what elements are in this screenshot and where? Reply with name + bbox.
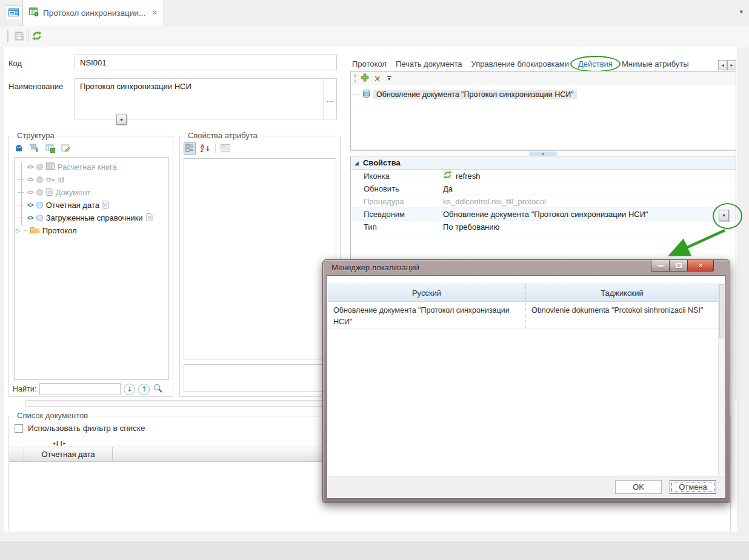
code-label: Код	[8, 59, 22, 68]
application-window: Протокол синхронизации... ✕ ▾ Код Наимен…	[0, 0, 749, 560]
ok-button[interactable]: OK	[615, 480, 662, 494]
tab-protocol[interactable]: Протокол	[352, 59, 387, 68]
cell-russian[interactable]: Обновление документа "Протокол синхрониз…	[328, 302, 526, 328]
tab-lock-management[interactable]: Управление блокировками	[471, 59, 569, 68]
tree-item-label: Отчетная дата	[46, 201, 99, 210]
category-expander-icon[interactable]: ◢	[355, 160, 359, 166]
column-resize-grip-icon[interactable]: ◂❙❙▸	[53, 441, 65, 446]
action-tree-item[interactable]: Обновление документа "Протокол синхрониз…	[353, 89, 577, 100]
refresh-button[interactable]	[30, 30, 44, 43]
property-row-alias[interactable]: Псевдоним Обновление документа "Протокол…	[351, 208, 736, 221]
search-icon[interactable]	[153, 383, 163, 395]
property-value: Обновление документа "Протокол синхрониз…	[439, 208, 736, 220]
property-row-refresh[interactable]: Обновить Да	[351, 182, 736, 195]
find-input[interactable]	[39, 383, 121, 395]
tree-item-otchetnaya-data[interactable]: <> Отчетная дата	[15, 199, 168, 212]
use-filter-label: Использовать фильтр в списке	[28, 424, 145, 433]
name-input[interactable]	[75, 79, 322, 119]
tree-item-raschetnaya-kniga[interactable]: <> Расчетная книга	[15, 161, 168, 173]
edit-icon	[61, 143, 71, 155]
tab-scroll-left-button[interactable]: ◂	[718, 60, 727, 70]
expander-icon[interactable]: ▷	[16, 227, 21, 234]
property-row-type[interactable]: Тип По требованию	[351, 221, 736, 233]
column-header-report-date[interactable]: Отчетная дата	[24, 447, 113, 461]
cell-tajik[interactable]: Obnovlenie dokumenta "Protokol sinhroniz…	[526, 302, 718, 328]
tree-item-label: Протокол	[42, 226, 77, 235]
property-label: Обновить	[351, 184, 439, 193]
property-value: ks_ddlcontrol.nsi_fill_protocol	[439, 195, 736, 207]
tab-label: Печать документа	[396, 59, 462, 68]
window-list-button[interactable]	[5, 5, 22, 21]
splitter-collapse-handle[interactable]: ▼	[529, 152, 557, 156]
tab-scroll-right-button[interactable]: ▸	[727, 60, 736, 70]
tree-item-protokol[interactable]: ▷ Протокол	[15, 224, 168, 237]
attribute-properties-title: Свойства атрибута	[185, 131, 261, 140]
categorized-view-icon	[185, 144, 194, 154]
tree-item-zagruzhennye-spravochniki[interactable]: <> Загруженные справочники	[15, 212, 168, 224]
toolbar-grip	[355, 74, 356, 83]
scrollbar-thumb[interactable]	[719, 284, 724, 338]
edit-structure-button[interactable]	[60, 142, 72, 155]
actions-panel: ✕ ▾ Обновление документа "Протокол синхр…	[350, 71, 736, 150]
tab-list-dropdown-icon[interactable]: ▾	[739, 8, 743, 16]
radio-circle-icon	[36, 164, 43, 170]
tab-title: Протокол синхронизации...	[43, 8, 145, 18]
tree-item-dokument[interactable]: <> Документ	[15, 186, 168, 199]
find-prev-button[interactable]: ↑	[138, 384, 150, 395]
save-button[interactable]	[12, 30, 25, 43]
minimize-button[interactable]	[651, 260, 670, 272]
import-structure-button[interactable]	[28, 142, 41, 155]
alias-localization-dropdown-button[interactable]: ▾	[719, 210, 729, 221]
right-tab-strip: Протокол Печать документа Управление бло…	[352, 58, 689, 70]
properties-category-row[interactable]: ◢ Свойства	[351, 156, 736, 170]
tab-print-document[interactable]: Печать документа	[396, 59, 462, 68]
localization-table-header: Русский Таджикский	[328, 284, 718, 302]
actions-toolbar: ✕ ▾	[351, 72, 736, 85]
tab-close-icon[interactable]: ✕	[151, 8, 158, 17]
name-dropdown-button[interactable]: ▾	[116, 115, 127, 125]
tab-bar: Протокол синхронизации... ✕ ▾	[0, 0, 749, 25]
property-pages-button[interactable]	[219, 142, 231, 155]
localization-table-row[interactable]: Обновление документа "Протокол синхрониз…	[328, 302, 718, 328]
cancel-button[interactable]: Отмена	[670, 480, 716, 494]
property-label: Процедура	[351, 197, 439, 206]
status-bar	[0, 542, 749, 560]
dialog-footer: OK Отмена	[328, 476, 725, 498]
document-icon	[146, 213, 153, 223]
structure-groupbox: Структура <> Расчетная книга <>	[8, 136, 173, 397]
key-icon	[46, 175, 55, 184]
use-filter-checkbox[interactable]	[15, 424, 23, 433]
alphabetical-sort-button[interactable]: AZ↓	[199, 142, 211, 155]
tree-item-label: Расчетная книга	[58, 162, 117, 172]
tree-item-id[interactable]: <> id	[15, 173, 168, 186]
angle-brackets-icon: <>	[27, 164, 33, 170]
maximize-button[interactable]	[670, 260, 687, 272]
tab-label: Управление блокировками	[471, 59, 569, 68]
tab-actions[interactable]: Действия	[578, 59, 613, 68]
dialog-scrollbar[interactable]	[718, 284, 725, 475]
attribute-properties-groupbox: Свойства атрибута AZ↓	[179, 136, 341, 397]
find-attribute-button[interactable]	[13, 142, 25, 155]
delete-action-button[interactable]: ✕	[374, 74, 381, 84]
refresh-icon	[32, 30, 42, 43]
find-next-button[interactable]: ↓	[124, 384, 135, 395]
use-filter-row: Использовать фильтр в списке	[15, 424, 145, 433]
column-header-tajik[interactable]: Таджикский	[526, 284, 718, 301]
attribute-properties-toolbar: AZ↓	[184, 142, 231, 155]
code-input[interactable]	[75, 55, 337, 70]
name-ellipsis-button[interactable]: ...	[323, 79, 336, 119]
tab-protocol-sync[interactable]: Протокол синхронизации... ✕	[22, 0, 164, 25]
column-header-russian[interactable]: Русский	[328, 284, 526, 301]
add-action-button[interactable]	[361, 73, 369, 84]
property-row-icon[interactable]: Иконка refresh	[351, 170, 736, 182]
tab-imaginary-attributes[interactable]: Мнимые атрибуты	[622, 59, 689, 68]
property-row-procedure[interactable]: Процедура ks_ddlcontrol.nsi_fill_protoco…	[351, 195, 736, 208]
close-button[interactable]: ✕	[687, 260, 714, 272]
categorized-view-button[interactable]	[184, 142, 196, 155]
horizontal-splitter[interactable]: ▼	[350, 150, 736, 156]
tree-item-label: Загруженные справочники	[46, 213, 143, 222]
add-table-button[interactable]	[44, 142, 56, 155]
toolbar-overflow-icon[interactable]: ▾	[387, 76, 391, 81]
tree-connector	[18, 192, 24, 193]
document-icon	[102, 201, 109, 210]
